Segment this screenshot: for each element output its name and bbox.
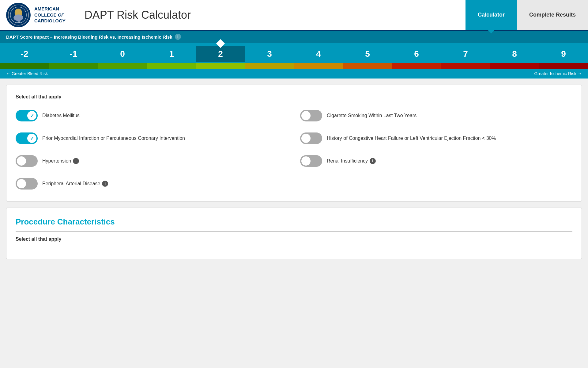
toggle-track-prior-mi: ✓	[16, 132, 38, 144]
toggle-track-smoking	[300, 110, 322, 121]
tab-complete-results[interactable]: Complete Results	[517, 0, 588, 30]
color-seg-2	[98, 63, 147, 69]
logo-circle: ACC	[6, 3, 31, 27]
toggle-smoking[interactable]	[300, 110, 322, 121]
toggle-knob-chf	[301, 134, 311, 143]
toggle-check-prior-mi: ✓	[30, 136, 34, 141]
score-bar-label: DAPT Score Impact – Increasing Bleeding …	[6, 34, 172, 40]
toggle-track-peripheral	[16, 178, 38, 190]
app-title: DAPT Risk Calculator	[85, 9, 191, 21]
color-seg-9	[441, 63, 490, 69]
toggle-knob-peripheral	[17, 179, 26, 188]
toggle-track-hypertension	[16, 155, 38, 167]
svg-text:ACC: ACC	[16, 21, 21, 23]
color-seg-6	[294, 63, 343, 69]
toggle-hypertension[interactable]	[16, 155, 38, 167]
score-cell-2-active[interactable]: 2	[196, 46, 245, 62]
color-seg-10	[490, 63, 539, 69]
color-seg-7	[343, 63, 392, 69]
renal-info-icon[interactable]: i	[370, 158, 376, 164]
toggle-label-chf: History of Congestive Heart Failure or L…	[327, 136, 496, 141]
toggle-knob-diabetes: ✓	[27, 111, 36, 120]
toggle-knob-smoking	[301, 111, 311, 120]
bleed-risk-label: ← Greater Bleed Risk	[6, 71, 48, 76]
toggle-renal[interactable]	[300, 155, 322, 167]
toggle-row-chf: History of Congestive Heart Failure or L…	[300, 130, 572, 147]
toggle-knob-prior-mi: ✓	[27, 134, 36, 143]
procedure-characteristics-card: Procedure Characteristics Select all tha…	[6, 208, 582, 259]
color-seg-0	[0, 63, 49, 69]
toggles-grid: ✓ Diabetes Mellitus Cigarette Smoking Wi…	[16, 107, 572, 192]
toggle-label-diabetes: Diabetes Mellitus	[42, 113, 80, 118]
toggle-row-renal: Renal Insufficiency i	[300, 153, 572, 169]
score-cell-0[interactable]: 0	[98, 46, 147, 62]
risk-labels-row: ← Greater Bleed Risk Greater Ischemic Ri…	[0, 69, 588, 79]
score-cell-minus1[interactable]: -1	[49, 46, 98, 62]
main-content: Select all that apply ✓ Diabetes Mellitu…	[0, 79, 588, 271]
color-seg-11	[539, 63, 588, 69]
score-cell-6[interactable]: 6	[392, 46, 441, 62]
score-section: DAPT Score Impact – Increasing Bleeding …	[0, 31, 588, 79]
score-cell-1[interactable]: 1	[147, 46, 196, 62]
tab-calculator[interactable]: Calculator	[466, 0, 517, 30]
score-info-icon[interactable]: i	[175, 34, 181, 40]
org-name: AMERICAN COLLEGE of CARDIOLOGY	[34, 6, 66, 24]
toggle-row-diabetes: ✓ Diabetes Mellitus	[16, 107, 288, 124]
nav-tabs: Calculator Complete Results	[466, 0, 588, 30]
toggle-track-diabetes: ✓	[16, 110, 38, 121]
patient-characteristics-card: Select all that apply ✓ Diabetes Mellitu…	[6, 85, 582, 201]
toggle-label-peripheral: Peripheral Arterial Disease i	[42, 181, 108, 187]
org-logo: ACC AMERICAN COLLEGE of CARDIOLOGY	[0, 0, 72, 30]
toggle-chf[interactable]	[300, 132, 322, 144]
toggle-track-chf	[300, 132, 322, 144]
page-header: ACC AMERICAN COLLEGE of CARDIOLOGY DAPT …	[0, 0, 588, 31]
procedure-characteristics-title: Procedure Characteristics	[16, 217, 572, 232]
toggle-prior-mi[interactable]: ✓	[16, 132, 38, 144]
color-seg-5	[245, 63, 294, 69]
toggle-peripheral[interactable]	[16, 178, 38, 190]
color-seg-4	[196, 63, 245, 69]
score-cell-4[interactable]: 4	[294, 46, 343, 62]
toggle-knob-hypertension	[17, 156, 26, 166]
toggle-label-renal: Renal Insufficiency i	[327, 158, 376, 164]
score-cell-9[interactable]: 9	[539, 46, 588, 62]
risk-color-bar	[0, 63, 588, 69]
toggle-row-peripheral: Peripheral Arterial Disease i	[16, 175, 288, 192]
score-cell-3[interactable]: 3	[245, 46, 294, 62]
toggle-row-prior-mi: ✓ Prior Myocardial Infarction or Percuta…	[16, 130, 288, 147]
score-numbers-row: -2 -1 0 1 2 3 4 5 6 7 8 9	[0, 43, 588, 62]
score-cell-7[interactable]: 7	[441, 46, 490, 62]
score-bar-header: DAPT Score Impact – Increasing Bleeding …	[0, 31, 588, 43]
toggle-row-hypertension: Hypertension i	[16, 153, 288, 169]
color-seg-3	[147, 63, 196, 69]
toggle-row-smoking: Cigarette Smoking Within Last Two Years	[300, 107, 572, 124]
select-all-label: Select all that apply	[16, 94, 572, 100]
toggle-track-renal	[300, 155, 322, 167]
toggle-check-diabetes: ✓	[30, 113, 34, 119]
toggle-diabetes[interactable]: ✓	[16, 110, 38, 121]
app-title-section: DAPT Risk Calculator	[72, 0, 466, 30]
hypertension-info-icon[interactable]: i	[73, 158, 79, 164]
score-cell-8[interactable]: 8	[490, 46, 539, 62]
score-cell-5[interactable]: 5	[343, 46, 392, 62]
color-seg-8	[392, 63, 441, 69]
ischemic-risk-label: Greater Ischemic Risk →	[534, 71, 582, 76]
procedure-select-all-label: Select all that apply	[16, 236, 572, 242]
toggle-label-prior-mi: Prior Myocardial Infarction or Percutane…	[42, 136, 185, 141]
svg-point-3	[13, 14, 23, 21]
color-seg-1	[49, 63, 98, 69]
toggle-label-smoking: Cigarette Smoking Within Last Two Years	[327, 113, 417, 118]
score-cell-minus2[interactable]: -2	[0, 46, 49, 62]
toggle-knob-renal	[301, 156, 311, 166]
peripheral-info-icon[interactable]: i	[102, 181, 108, 187]
toggle-label-hypertension: Hypertension i	[42, 158, 79, 164]
